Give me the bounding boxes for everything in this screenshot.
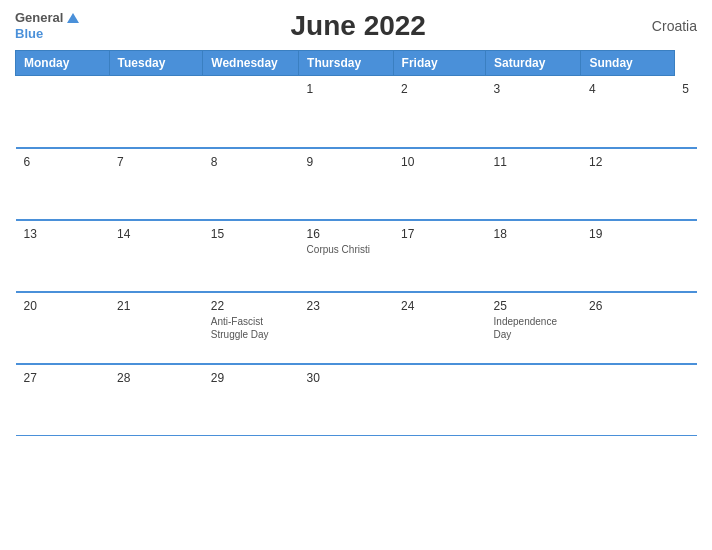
col-friday: Friday — [393, 51, 486, 76]
calendar-week-row: 6789101112 — [16, 148, 698, 220]
day-number: 5 — [682, 82, 689, 96]
logo: General Blue — [15, 10, 79, 41]
table-row: 25Independence Day — [486, 292, 581, 364]
table-row: 14 — [109, 220, 203, 292]
day-number: 22 — [211, 299, 291, 313]
day-number: 3 — [494, 82, 573, 96]
header: General Blue June 2022 Croatia — [15, 10, 697, 42]
table-row: 2 — [393, 76, 486, 148]
calendar-week-row: 13141516Corpus Christi171819 — [16, 220, 698, 292]
logo-general-text: General — [15, 10, 63, 26]
day-number: 10 — [401, 155, 478, 169]
col-thursday: Thursday — [299, 51, 393, 76]
day-number: 23 — [307, 299, 385, 313]
table-row: 3 — [486, 76, 581, 148]
day-number: 6 — [24, 155, 102, 169]
day-number: 8 — [211, 155, 291, 169]
calendar-table: Monday Tuesday Wednesday Thursday Friday… — [15, 50, 697, 436]
day-number: 29 — [211, 371, 291, 385]
table-row — [393, 364, 486, 436]
table-row — [581, 364, 674, 436]
day-number: 13 — [24, 227, 102, 241]
day-number: 25 — [494, 299, 573, 313]
day-number: 28 — [117, 371, 195, 385]
table-row — [486, 364, 581, 436]
table-row: 6 — [16, 148, 110, 220]
table-row: 4 — [581, 76, 674, 148]
table-row — [16, 76, 110, 148]
calendar-week-row: 12345 — [16, 76, 698, 148]
day-number: 24 — [401, 299, 478, 313]
table-row: 20 — [16, 292, 110, 364]
table-row: 19 — [581, 220, 674, 292]
table-row — [203, 76, 299, 148]
calendar-page: General Blue June 2022 Croatia Monday Tu… — [0, 0, 712, 550]
table-row: 30 — [299, 364, 393, 436]
day-number: 12 — [589, 155, 666, 169]
table-row: 11 — [486, 148, 581, 220]
day-number: 20 — [24, 299, 102, 313]
table-row: 10 — [393, 148, 486, 220]
col-wednesday: Wednesday — [203, 51, 299, 76]
logo-blue-text: Blue — [15, 26, 79, 42]
day-number: 11 — [494, 155, 573, 169]
col-tuesday: Tuesday — [109, 51, 203, 76]
table-row: 1 — [299, 76, 393, 148]
day-number: 27 — [24, 371, 102, 385]
calendar-week-row: 202122Anti-Fascist Struggle Day232425Ind… — [16, 292, 698, 364]
day-number: 26 — [589, 299, 666, 313]
day-number: 9 — [307, 155, 385, 169]
table-row: 21 — [109, 292, 203, 364]
logo-triangle-icon — [67, 13, 79, 23]
calendar-header-row: Monday Tuesday Wednesday Thursday Friday… — [16, 51, 698, 76]
day-number: 18 — [494, 227, 573, 241]
col-sunday: Sunday — [581, 51, 674, 76]
table-row: 24 — [393, 292, 486, 364]
table-row: 18 — [486, 220, 581, 292]
day-number: 14 — [117, 227, 195, 241]
day-number: 1 — [307, 82, 385, 96]
day-number: 16 — [307, 227, 385, 241]
calendar-week-row: 27282930 — [16, 364, 698, 436]
table-row: 7 — [109, 148, 203, 220]
table-row: 22Anti-Fascist Struggle Day — [203, 292, 299, 364]
table-row: 5 — [674, 76, 697, 148]
country-label: Croatia — [637, 18, 697, 34]
table-row: 28 — [109, 364, 203, 436]
table-row: 29 — [203, 364, 299, 436]
table-row: 26 — [581, 292, 674, 364]
table-row: 8 — [203, 148, 299, 220]
table-row: 17 — [393, 220, 486, 292]
day-number: 30 — [307, 371, 385, 385]
table-row: 23 — [299, 292, 393, 364]
table-row — [109, 76, 203, 148]
table-row: 9 — [299, 148, 393, 220]
event-text: Corpus Christi — [307, 243, 385, 256]
col-saturday: Saturday — [486, 51, 581, 76]
event-text: Independence Day — [494, 315, 573, 341]
day-number: 4 — [589, 82, 666, 96]
table-row: 15 — [203, 220, 299, 292]
day-number: 19 — [589, 227, 666, 241]
table-row: 12 — [581, 148, 674, 220]
table-row: 13 — [16, 220, 110, 292]
month-title: June 2022 — [79, 10, 637, 42]
day-number: 7 — [117, 155, 195, 169]
table-row: 27 — [16, 364, 110, 436]
col-monday: Monday — [16, 51, 110, 76]
event-text: Anti-Fascist Struggle Day — [211, 315, 291, 341]
day-number: 17 — [401, 227, 478, 241]
table-row: 16Corpus Christi — [299, 220, 393, 292]
day-number: 15 — [211, 227, 291, 241]
day-number: 21 — [117, 299, 195, 313]
day-number: 2 — [401, 82, 478, 96]
